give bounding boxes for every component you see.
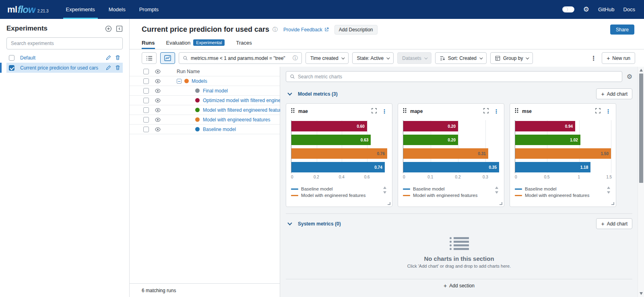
table-row[interactable]: Final model [130, 86, 280, 96]
share-button[interactable]: Share [610, 25, 634, 35]
chart-bar[interactable]: 0.20 [403, 121, 458, 131]
vertical-scrollbar[interactable] [638, 67, 644, 297]
expand-chart-icon[interactable] [595, 108, 601, 115]
system-metrics-section-label[interactable]: System metrics (0) [298, 221, 341, 227]
resize-handle[interactable] [500, 202, 502, 205]
sort-dropdown[interactable]: Sort: Created [435, 52, 487, 64]
run-name-link[interactable]: Baseline model [203, 127, 236, 132]
chart-bar[interactable]: 0.63 [291, 135, 371, 145]
group-by-dropdown[interactable]: Group by [490, 52, 533, 64]
experiment-label[interactable]: Current price predicion for used cars [20, 65, 103, 71]
collapse-sidebar-icon[interactable] [116, 25, 123, 32]
legend-item[interactable]: Model with engineered features [515, 192, 605, 199]
visibility-eye-icon[interactable] [155, 107, 161, 113]
drag-handle-icon[interactable] [291, 108, 295, 115]
legend-scroll-up-icon[interactable] [607, 186, 610, 189]
resize-handle[interactable] [611, 202, 614, 205]
visibility-eye-icon[interactable] [155, 127, 161, 132]
select-all-checkbox[interactable] [143, 69, 149, 74]
nav-item-models[interactable]: Models [102, 0, 132, 19]
table-row[interactable]: Model with filtered engineered features [130, 105, 280, 115]
settings-gear-icon[interactable]: ⚙ [583, 6, 589, 13]
more-options-kebab-icon[interactable]: ⋮ [589, 55, 598, 62]
legend-item[interactable]: Model with engineered features [291, 192, 381, 199]
scrollbar-down-arrow[interactable] [640, 292, 643, 295]
add-chart-button[interactable]: +Add chart [596, 218, 632, 229]
run-name-link[interactable]: Model with engineered features [203, 117, 270, 123]
visibility-eye-icon[interactable] [155, 78, 161, 84]
experiment-checkbox[interactable] [9, 55, 14, 61]
table-row[interactable]: Baseline model [130, 125, 280, 134]
legend-scroll-up-icon[interactable] [383, 186, 386, 189]
row-checkbox[interactable] [143, 78, 149, 84]
scrollbar-up-arrow[interactable] [640, 69, 643, 72]
run-name-link[interactable]: Models [192, 78, 207, 84]
delete-trash-icon[interactable] [115, 55, 120, 60]
edit-pencil-icon[interactable] [106, 65, 111, 70]
time-created-dropdown[interactable]: Time created [305, 52, 349, 64]
legend-scroll-down-icon[interactable] [495, 191, 498, 194]
drag-handle-icon[interactable] [515, 108, 518, 115]
tab-traces[interactable]: Traces [236, 40, 252, 49]
github-link[interactable]: GitHub [598, 6, 614, 12]
visibility-eye-icon[interactable] [155, 88, 161, 94]
nav-item-prompts[interactable]: Prompts [132, 0, 165, 19]
experiment-item-current[interactable]: Current price predicion for used cars [6, 63, 123, 73]
add-section-button[interactable]: + Add section [286, 279, 632, 289]
nav-item-experiments[interactable]: Experiments [59, 0, 102, 19]
visibility-eye-icon[interactable] [155, 69, 161, 74]
edit-pencil-icon[interactable] [106, 55, 111, 60]
chart-bar[interactable]: 0.35 [403, 162, 499, 172]
chart-options-kebab-icon[interactable]: ⋮ [605, 109, 611, 114]
drag-handle-icon[interactable] [403, 108, 407, 115]
row-checkbox[interactable] [143, 127, 149, 132]
chart-settings-gear-icon[interactable]: ⚙ [627, 74, 632, 80]
model-metrics-section-label[interactable]: Model metrics (3) [298, 91, 338, 97]
legend-item[interactable]: Baseline model [291, 186, 381, 192]
row-checkbox[interactable] [143, 107, 149, 113]
legend-item[interactable]: Baseline model [403, 186, 493, 192]
row-checkbox[interactable] [143, 117, 149, 123]
chart-options-kebab-icon[interactable]: ⋮ [493, 109, 499, 114]
create-experiment-icon[interactable] [105, 25, 112, 32]
legend-item[interactable]: Model with engineered features [403, 192, 493, 199]
new-run-button[interactable]: +New run [602, 52, 635, 64]
legend-scroll-down-icon[interactable] [607, 191, 610, 194]
chart-bar[interactable]: 1.18 [515, 162, 590, 172]
experiment-label[interactable]: Default [20, 55, 103, 61]
theme-toggle[interactable] [562, 6, 574, 12]
search-experiments-input[interactable] [6, 37, 123, 49]
add-description-button[interactable]: Add Description [334, 25, 378, 35]
tab-evaluation[interactable]: Evaluation Experimental [166, 39, 225, 49]
docs-link[interactable]: Docs [623, 6, 635, 12]
run-name-link[interactable]: Final model [203, 88, 228, 94]
chart-options-kebab-icon[interactable]: ⋮ [382, 109, 387, 114]
run-name-link[interactable]: Model with filtered engineered features [203, 107, 286, 113]
column-header-run-name[interactable]: Run Name [177, 69, 200, 74]
add-chart-button[interactable]: +Add chart [596, 88, 632, 99]
provide-feedback-link[interactable]: Provide Feedback [283, 27, 329, 33]
legend-scroll-down-icon[interactable] [383, 191, 386, 194]
info-icon[interactable]: ⓘ [272, 26, 278, 33]
list-view-button[interactable] [142, 52, 157, 64]
legend-item[interactable]: Baseline model [515, 186, 605, 192]
collapse-group-icon[interactable] [177, 79, 182, 84]
visibility-eye-icon[interactable] [155, 98, 161, 103]
state-dropdown[interactable]: State: Active [352, 52, 394, 64]
table-row[interactable]: Models [130, 76, 280, 86]
metric-charts-search-input[interactable] [298, 74, 618, 80]
delete-trash-icon[interactable] [115, 65, 120, 70]
row-checkbox[interactable] [143, 98, 149, 103]
legend-scroll-up-icon[interactable] [495, 186, 498, 189]
section-chevron-icon[interactable] [287, 221, 292, 225]
chart-bar[interactable]: 0.74 [291, 162, 385, 172]
row-checkbox[interactable] [143, 88, 149, 94]
chart-bar[interactable]: 0.76 [291, 148, 387, 159]
table-row[interactable]: Model with engineered features [130, 115, 280, 125]
chart-bar[interactable]: 0.31 [403, 148, 488, 159]
table-row[interactable]: Optimized model with filtered engineered… [130, 96, 280, 105]
resize-handle[interactable] [388, 202, 390, 205]
query-info-icon[interactable]: ⓘ [293, 55, 298, 62]
chart-bar[interactable]: 0.60 [291, 121, 367, 131]
experiment-item-default[interactable]: Default [6, 53, 123, 63]
